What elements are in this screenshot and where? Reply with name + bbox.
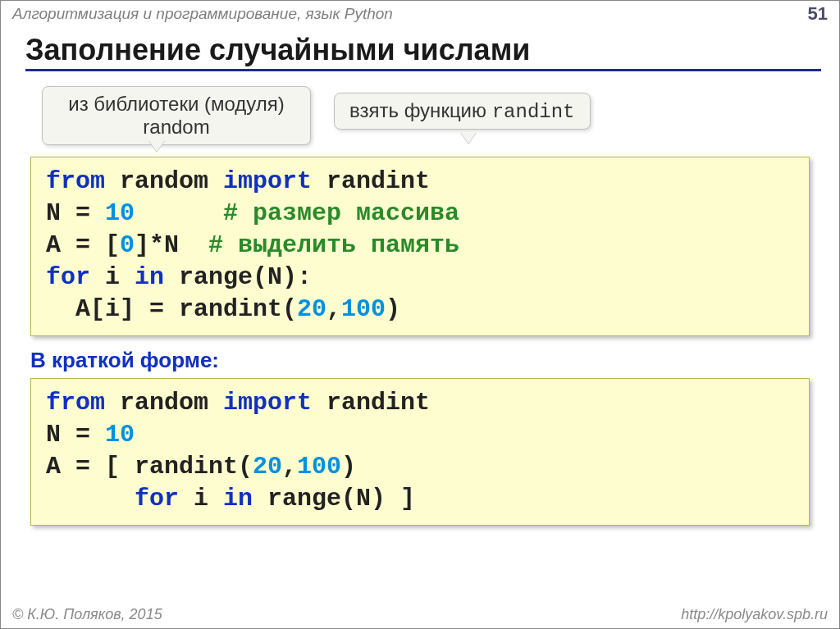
code-token <box>46 485 135 513</box>
code-token: randint <box>312 167 430 195</box>
footer-url: http://kpolyakov.spb.ru <box>681 606 828 623</box>
code-token: random <box>105 389 223 417</box>
code-token: A[i] = randint( <box>46 295 297 323</box>
code-token: ]*N <box>135 231 208 259</box>
code-token: 0 <box>120 231 135 259</box>
code-token: 100 <box>297 453 341 481</box>
code-token: for <box>46 263 90 291</box>
code-token: N = <box>46 199 105 227</box>
code-token: 10 <box>105 421 135 449</box>
callout-function-text: взять функцию <box>349 99 492 121</box>
code-token <box>135 199 223 227</box>
breadcrumb: Алгоритмизация и программирование, язык … <box>12 5 393 23</box>
code-comment: # выделить память <box>208 231 459 259</box>
page-title: Заполнение случайными числами <box>25 33 821 71</box>
code-token: from <box>46 389 105 417</box>
code-token: i <box>179 485 223 513</box>
code-block-full: from random import randint N = 10 # разм… <box>30 157 810 336</box>
code-token: in <box>135 263 164 291</box>
callout-row: из библиотеки (модуля) random взять функ… <box>1 86 839 152</box>
code-token: for <box>135 485 179 513</box>
code-comment: # размер массива <box>223 199 459 227</box>
subheading: В краткой форме: <box>30 348 810 373</box>
code-token: import <box>223 167 312 195</box>
footer: © К.Ю. Поляков, 2015 http://kpolyakov.sp… <box>1 606 839 623</box>
code-token: range(N): <box>164 263 312 291</box>
code-block-short: from random import randint N = 10 A = [ … <box>30 378 810 526</box>
code-token: , <box>326 295 341 323</box>
code-token: in <box>223 485 253 513</box>
code-token: from <box>46 167 105 195</box>
callout-function: взять функцию randint <box>334 93 591 130</box>
callout-library: из библиотеки (модуля) random <box>42 86 311 145</box>
code-token: N = <box>46 421 105 449</box>
top-bar: Алгоритмизация и программирование, язык … <box>1 1 839 25</box>
code-token: random <box>105 167 223 195</box>
code-token: range(N) ] <box>253 485 415 513</box>
code-token: ) <box>386 295 400 323</box>
code-token: 10 <box>105 199 135 227</box>
code-token: , <box>282 453 297 481</box>
slide: Алгоритмизация и программирование, язык … <box>0 0 840 629</box>
callout-tail-icon <box>148 140 165 152</box>
callout-tail-icon <box>460 132 477 144</box>
code-token: 100 <box>341 295 386 323</box>
code-token: randint <box>312 389 430 417</box>
callout-library-line1: из библиотеки (модуля) <box>57 93 295 116</box>
code-token: i <box>90 263 135 291</box>
page-number: 51 <box>808 3 828 25</box>
copyright: © К.Ю. Поляков, 2015 <box>12 606 162 623</box>
code-token: 20 <box>297 295 326 323</box>
code-token: 20 <box>253 453 282 481</box>
callout-function-mono: randint <box>492 101 575 123</box>
code-token: A = [ randint( <box>46 453 253 481</box>
callout-library-line2: random <box>57 116 295 139</box>
code-token: ) <box>341 453 371 481</box>
code-token: import <box>223 389 312 417</box>
code-token: A = [ <box>46 231 120 259</box>
